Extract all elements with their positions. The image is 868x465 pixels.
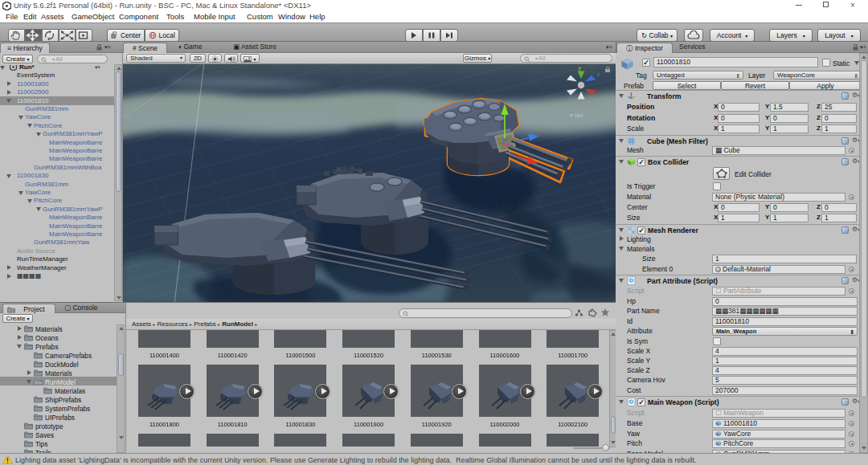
svg-text:x: x	[597, 90, 600, 96]
svg-text:y: y	[579, 65, 582, 71]
svg-text:≡ Iso: ≡ Iso	[570, 112, 583, 119]
